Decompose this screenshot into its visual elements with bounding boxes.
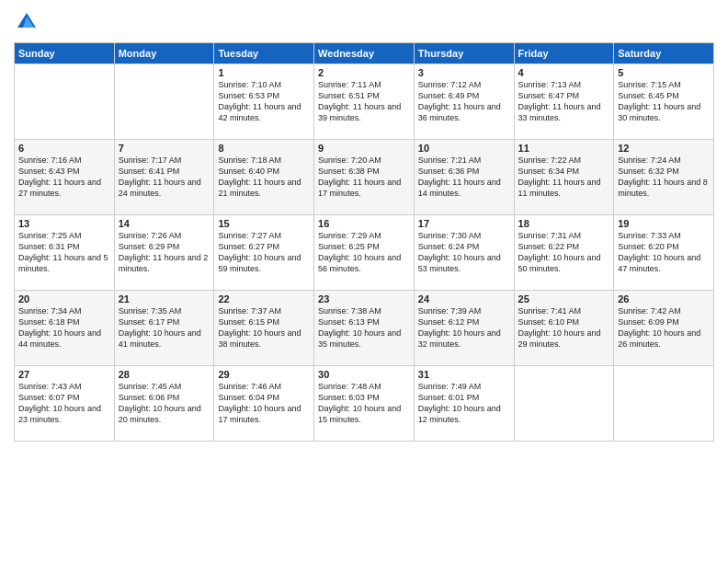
day-cell: 20Sunrise: 7:34 AM Sunset: 6:18 PM Dayli… [15,291,115,366]
day-cell: 29Sunrise: 7:46 AM Sunset: 6:04 PM Dayli… [214,366,314,442]
day-info: Sunrise: 7:30 AM Sunset: 6:24 PM Dayligh… [418,230,510,275]
day-number: 1 [218,67,310,78]
day-cell: 25Sunrise: 7:41 AM Sunset: 6:10 PM Dayli… [514,291,614,366]
day-info: Sunrise: 7:42 AM Sunset: 6:09 PM Dayligh… [618,305,710,350]
day-cell: 5Sunrise: 7:15 AM Sunset: 6:45 PM Daylig… [614,64,714,140]
day-number: 26 [618,293,710,304]
day-number: 5 [618,67,710,78]
day-cell: 9Sunrise: 7:20 AM Sunset: 6:38 PM Daylig… [314,140,415,215]
day-info: Sunrise: 7:43 AM Sunset: 6:07 PM Dayligh… [18,381,110,426]
day-info: Sunrise: 7:45 AM Sunset: 6:06 PM Dayligh… [119,381,210,426]
logo-icon [14,9,40,35]
day-info: Sunrise: 7:34 AM Sunset: 6:18 PM Dayligh… [18,305,110,350]
day-number: 7 [119,143,210,154]
day-cell: 8Sunrise: 7:18 AM Sunset: 6:40 PM Daylig… [214,140,314,215]
day-cell: 10Sunrise: 7:21 AM Sunset: 6:36 PM Dayli… [414,140,514,215]
day-number: 13 [18,218,110,229]
day-number: 6 [18,143,110,154]
day-cell: 28Sunrise: 7:45 AM Sunset: 6:06 PM Dayli… [114,366,214,442]
day-number: 29 [218,369,310,380]
day-number: 24 [418,293,510,304]
day-info: Sunrise: 7:41 AM Sunset: 6:10 PM Dayligh… [518,305,610,350]
week-row-4: 20Sunrise: 7:34 AM Sunset: 6:18 PM Dayli… [15,291,714,366]
day-cell: 7Sunrise: 7:17 AM Sunset: 6:41 PM Daylig… [114,140,214,215]
day-number: 3 [418,67,510,78]
week-row-3: 13Sunrise: 7:25 AM Sunset: 6:31 PM Dayli… [15,215,714,291]
day-cell: 3Sunrise: 7:12 AM Sunset: 6:49 PM Daylig… [414,64,514,140]
day-info: Sunrise: 7:21 AM Sunset: 6:36 PM Dayligh… [418,155,510,200]
day-number: 23 [318,293,410,304]
week-row-2: 6Sunrise: 7:16 AM Sunset: 6:43 PM Daylig… [15,140,714,215]
day-info: Sunrise: 7:16 AM Sunset: 6:43 PM Dayligh… [18,155,110,200]
day-number: 9 [318,143,410,154]
day-info: Sunrise: 7:33 AM Sunset: 6:20 PM Dayligh… [618,230,710,275]
day-number: 8 [218,143,310,154]
day-cell: 1Sunrise: 7:10 AM Sunset: 6:53 PM Daylig… [214,64,314,140]
day-cell: 31Sunrise: 7:49 AM Sunset: 6:01 PM Dayli… [414,366,514,442]
day-cell [15,64,115,140]
day-number: 25 [518,293,610,304]
day-cell: 12Sunrise: 7:24 AM Sunset: 6:32 PM Dayli… [614,140,714,215]
day-info: Sunrise: 7:12 AM Sunset: 6:49 PM Dayligh… [418,79,510,124]
day-number: 2 [318,67,410,78]
day-info: Sunrise: 7:18 AM Sunset: 6:40 PM Dayligh… [218,155,310,200]
day-cell: 14Sunrise: 7:26 AM Sunset: 6:29 PM Dayli… [114,215,214,291]
day-number: 28 [119,369,210,380]
day-cell: 19Sunrise: 7:33 AM Sunset: 6:20 PM Dayli… [614,215,714,291]
day-number: 11 [518,143,610,154]
day-cell: 6Sunrise: 7:16 AM Sunset: 6:43 PM Daylig… [15,140,115,215]
weekday-thursday: Thursday [414,43,514,64]
day-cell: 15Sunrise: 7:27 AM Sunset: 6:27 PM Dayli… [214,215,314,291]
weekday-monday: Monday [114,43,214,64]
page: SundayMondayTuesdayWednesdayThursdayFrid… [0,0,728,563]
day-info: Sunrise: 7:22 AM Sunset: 6:34 PM Dayligh… [518,155,610,200]
day-number: 21 [119,293,210,304]
day-cell: 11Sunrise: 7:22 AM Sunset: 6:34 PM Dayli… [514,140,614,215]
day-info: Sunrise: 7:48 AM Sunset: 6:03 PM Dayligh… [318,381,410,426]
day-info: Sunrise: 7:26 AM Sunset: 6:29 PM Dayligh… [119,230,210,275]
day-info: Sunrise: 7:17 AM Sunset: 6:41 PM Dayligh… [119,155,210,200]
week-row-1: 1Sunrise: 7:10 AM Sunset: 6:53 PM Daylig… [15,64,714,140]
day-info: Sunrise: 7:25 AM Sunset: 6:31 PM Dayligh… [18,230,110,275]
day-info: Sunrise: 7:49 AM Sunset: 6:01 PM Dayligh… [418,381,510,426]
day-cell: 24Sunrise: 7:39 AM Sunset: 6:12 PM Dayli… [414,291,514,366]
weekday-friday: Friday [514,43,614,64]
weekday-saturday: Saturday [614,43,714,64]
day-number: 31 [418,369,510,380]
day-cell: 22Sunrise: 7:37 AM Sunset: 6:15 PM Dayli… [214,291,314,366]
day-number: 22 [218,293,310,304]
weekday-wednesday: Wednesday [314,43,415,64]
day-cell: 21Sunrise: 7:35 AM Sunset: 6:17 PM Dayli… [114,291,214,366]
day-number: 12 [618,143,710,154]
day-cell: 17Sunrise: 7:30 AM Sunset: 6:24 PM Dayli… [414,215,514,291]
day-cell: 13Sunrise: 7:25 AM Sunset: 6:31 PM Dayli… [15,215,115,291]
day-number: 17 [418,218,510,229]
day-number: 14 [119,218,210,229]
day-info: Sunrise: 7:37 AM Sunset: 6:15 PM Dayligh… [218,305,310,350]
day-cell [514,366,614,442]
day-info: Sunrise: 7:15 AM Sunset: 6:45 PM Dayligh… [618,79,710,124]
day-info: Sunrise: 7:27 AM Sunset: 6:27 PM Dayligh… [218,230,310,275]
day-cell: 16Sunrise: 7:29 AM Sunset: 6:25 PM Dayli… [314,215,415,291]
day-info: Sunrise: 7:10 AM Sunset: 6:53 PM Dayligh… [218,79,310,124]
day-info: Sunrise: 7:11 AM Sunset: 6:51 PM Dayligh… [318,79,410,124]
logo [14,9,43,35]
day-info: Sunrise: 7:39 AM Sunset: 6:12 PM Dayligh… [418,305,510,350]
day-cell: 2Sunrise: 7:11 AM Sunset: 6:51 PM Daylig… [314,64,415,140]
day-info: Sunrise: 7:46 AM Sunset: 6:04 PM Dayligh… [218,381,310,426]
day-cell: 30Sunrise: 7:48 AM Sunset: 6:03 PM Dayli… [314,366,415,442]
day-info: Sunrise: 7:31 AM Sunset: 6:22 PM Dayligh… [518,230,610,275]
calendar-table: SundayMondayTuesdayWednesdayThursdayFrid… [14,42,714,442]
day-info: Sunrise: 7:13 AM Sunset: 6:47 PM Dayligh… [518,79,610,124]
week-row-5: 27Sunrise: 7:43 AM Sunset: 6:07 PM Dayli… [15,366,714,442]
day-cell [614,366,714,442]
weekday-header-row: SundayMondayTuesdayWednesdayThursdayFrid… [15,43,714,64]
day-number: 18 [518,218,610,229]
day-cell: 23Sunrise: 7:38 AM Sunset: 6:13 PM Dayli… [314,291,415,366]
day-info: Sunrise: 7:20 AM Sunset: 6:38 PM Dayligh… [318,155,410,200]
day-number: 15 [218,218,310,229]
day-number: 4 [518,67,610,78]
day-info: Sunrise: 7:38 AM Sunset: 6:13 PM Dayligh… [318,305,410,350]
day-number: 30 [318,369,410,380]
day-cell: 4Sunrise: 7:13 AM Sunset: 6:47 PM Daylig… [514,64,614,140]
